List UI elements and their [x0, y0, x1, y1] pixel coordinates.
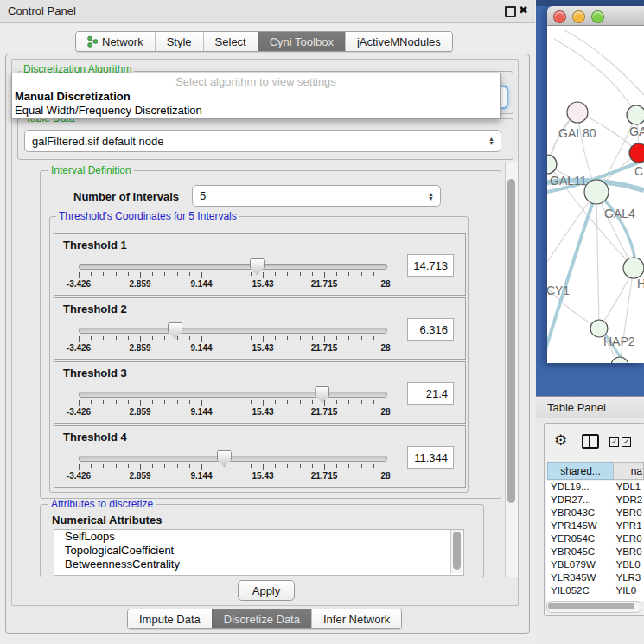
traffic-light-zoom-icon[interactable]	[591, 10, 604, 23]
slider-tick	[239, 400, 239, 404]
tab-network[interactable]: Network	[76, 32, 155, 51]
slider-tick	[177, 464, 178, 468]
table-rows[interactable]: YDL19...YDL1YDR27...YDR2YBR043CYBR0YPR14…	[546, 481, 644, 601]
traffic-light-minimize-icon[interactable]	[572, 10, 585, 23]
network-window-titlebar[interactable]	[547, 6, 644, 26]
table-row[interactable]: YPR145WYPR1	[546, 520, 644, 532]
settings-scrollbar-thumb[interactable]	[507, 179, 515, 503]
attributes-list-scrollbar-thumb[interactable]	[453, 532, 461, 570]
cell-shared-name[interactable]: YIL052C	[546, 584, 613, 597]
tab-impute-data[interactable]: Impute Data	[128, 609, 212, 628]
table-row[interactable]: YDR27...YDR2	[546, 494, 644, 507]
columns-icon[interactable]	[582, 434, 599, 449]
settings-scrollbar[interactable]	[505, 162, 518, 577]
table-row[interactable]: YDL19...YDL1	[546, 481, 644, 494]
cell-name[interactable]: YLR3	[613, 571, 644, 584]
slider-tick	[128, 400, 129, 404]
column-header-shared-name[interactable]: shared...	[547, 462, 614, 480]
control-panel-title: Control Panel	[8, 4, 76, 17]
table-row[interactable]: YBR045CYBR0	[546, 545, 644, 558]
threshold-value-field[interactable]: 6.316	[407, 318, 454, 341]
cell-name[interactable]: YDL1	[613, 481, 644, 494]
threshold-value-field[interactable]: 14.713	[407, 254, 454, 277]
cell-name[interactable]: YPR1	[613, 520, 644, 532]
select-none-checkbox-icon[interactable]: ✓	[622, 437, 631, 447]
table-horizontal-scrollbar[interactable]	[546, 601, 641, 613]
slider-tick	[164, 400, 165, 404]
threshold-label: Threshold 4	[63, 430, 127, 443]
network-node-label: H	[637, 277, 644, 290]
cell-name[interactable]: YBL0	[613, 558, 644, 571]
tab-discretize-data[interactable]: Discretize Data	[212, 609, 311, 628]
table-row[interactable]: YIL052CYIL0	[546, 584, 644, 597]
network-node-gal80[interactable]	[567, 102, 588, 123]
slider-tick	[251, 272, 252, 276]
network-node[interactable]	[611, 357, 628, 363]
network-node-gal11[interactable]	[547, 155, 557, 174]
cell-name[interactable]: YER0	[613, 532, 644, 545]
table-data-combobox[interactable]: galFiltered.sif default node ▲▼	[24, 130, 501, 152]
attributes-list-scrollbar[interactable]	[450, 530, 462, 573]
network-edge-thick	[547, 192, 596, 363]
threshold-slider-track[interactable]	[79, 264, 387, 270]
cell-shared-name[interactable]: YBR045C	[546, 545, 613, 558]
slider-tick	[103, 272, 104, 276]
threshold-value-field[interactable]: 21.4	[407, 382, 454, 405]
cell-shared-name[interactable]: YDR27...	[546, 494, 613, 507]
network-node-c[interactable]	[629, 143, 644, 163]
cell-shared-name[interactable]: YLR345W	[546, 571, 613, 584]
select-all-checkbox-icon[interactable]: ✓	[609, 437, 619, 447]
cell-name[interactable]: YDR2	[613, 494, 644, 507]
threshold-slider-track[interactable]	[79, 456, 387, 462]
traffic-light-close-icon[interactable]	[553, 10, 566, 23]
table-row[interactable]: YLR345WYLR3	[546, 571, 644, 584]
numerical-attributes-list[interactable]: SelfLoopsTopologicalCoefficientBetweenne…	[54, 529, 464, 576]
interval-definition-group-title: Interval Definition	[48, 165, 134, 176]
network-node-h[interactable]	[623, 258, 644, 278]
slider-tick-label: -3.426	[54, 471, 103, 481]
tab-select[interactable]: Select	[203, 32, 258, 51]
gear-icon[interactable]: ⚙	[554, 431, 567, 450]
table-row[interactable]: YER054CYER0	[546, 532, 644, 545]
tab-jactivemnodules[interactable]: jActiveMNodules	[345, 32, 452, 51]
tab-style[interactable]: Style	[155, 32, 203, 51]
float-window-icon[interactable]	[505, 6, 516, 17]
apply-button[interactable]: Apply	[238, 580, 295, 601]
attribute-list-item[interactable]: TopologicalCoefficient	[54, 544, 463, 558]
table-horizontal-scrollbar-thumb[interactable]	[548, 603, 634, 609]
slider-tick	[373, 464, 374, 468]
cell-shared-name[interactable]: YBL079W	[546, 558, 613, 571]
attribute-list-item[interactable]: SelfLoops	[54, 530, 463, 544]
network-node-gal4[interactable]	[584, 180, 609, 204]
slider-tick	[324, 272, 325, 278]
network-node-ga[interactable]	[627, 105, 644, 124]
threshold-slider-thumb[interactable]	[315, 386, 329, 403]
column-header-name[interactable]: na	[613, 462, 644, 480]
network-canvas[interactable]: GAL80GACGAL11GAL4GCY1HHAP2	[547, 26, 644, 363]
table-row[interactable]: YBR043CYBR0	[546, 507, 644, 520]
cell-shared-name[interactable]: YBR043C	[546, 507, 613, 520]
tab-cyni-toolbox[interactable]: Cyni Toolbox	[258, 32, 345, 51]
algorithm-popup-item[interactable]: Manual Discretization	[12, 90, 500, 104]
threshold-slider-thumb[interactable]	[217, 450, 232, 467]
algorithm-popup-item[interactable]: Equal Width/Frequency Discretization	[12, 104, 500, 118]
table-row[interactable]: YBL079WYBL0	[546, 558, 644, 571]
tab-infer-network[interactable]: Infer Network	[311, 609, 401, 628]
cell-shared-name[interactable]: YER054C	[546, 532, 613, 545]
cell-shared-name[interactable]: YDL19...	[546, 481, 613, 494]
threshold-slider-track[interactable]	[79, 328, 387, 334]
slider-tick	[312, 464, 313, 468]
attribute-list-item[interactable]: BetweennessCentrality	[54, 558, 463, 571]
network-node-label: GA	[629, 124, 644, 138]
cell-name[interactable]: YBR0	[613, 507, 644, 520]
cell-name[interactable]: YIL0	[613, 584, 644, 597]
close-icon[interactable]: ✖	[519, 3, 528, 16]
tab-label: Impute Data	[139, 613, 201, 626]
cell-name[interactable]: YBR0	[613, 545, 644, 558]
threshold-slider-thumb[interactable]	[168, 322, 182, 339]
slider-tick	[152, 464, 153, 468]
cell-shared-name[interactable]: YPR145W	[546, 520, 613, 532]
threshold-value-field[interactable]: 11.344	[407, 446, 454, 469]
threshold-slider-track[interactable]	[79, 392, 387, 398]
number-of-intervals-combobox[interactable]: 5 ▲▼	[192, 185, 441, 207]
